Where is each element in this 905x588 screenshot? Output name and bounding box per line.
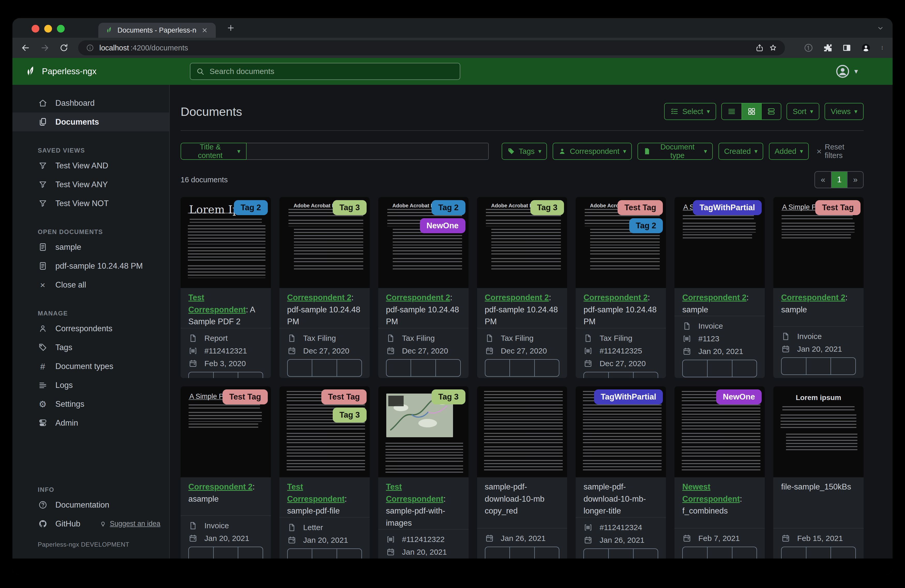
document-thumbnail[interactable]: Tag 3 Adobe Acrobat PDF Files bbox=[477, 197, 567, 288]
site-info-icon[interactable] bbox=[86, 44, 94, 52]
document-card[interactable]: Test Tag A Simple PDF File Correspondent… bbox=[773, 197, 864, 378]
document-thumbnail[interactable]: Test TagTag 3 bbox=[279, 386, 370, 477]
tag-badge-tag-3[interactable]: Tag 3 bbox=[333, 200, 367, 215]
tag-badge-tag-2[interactable]: Tag 2 bbox=[432, 200, 465, 215]
document-title[interactable]: Test Correspondent: sample-pdf-with-imag… bbox=[386, 481, 461, 529]
filter-added-button[interactable]: Added▾ bbox=[769, 143, 809, 160]
correspondent-link[interactable]: Correspondent 2 bbox=[485, 293, 549, 302]
correspondent-link[interactable]: Test Correspondent bbox=[188, 293, 246, 314]
document-title[interactable]: sample-pdf-download-10-mb copy_red bbox=[485, 481, 560, 517]
view-button[interactable] bbox=[213, 372, 238, 378]
document-card[interactable]: TagWithPartial sample-pdf-download-10-mb… bbox=[576, 386, 666, 558]
search-input[interactable] bbox=[209, 67, 454, 76]
document-card[interactable]: Tag 3 Adobe Acrobat PDF Files Correspond… bbox=[477, 197, 567, 378]
next-page-button[interactable]: » bbox=[847, 172, 863, 188]
tag-badge-tag-2[interactable]: Tag 2 bbox=[234, 200, 268, 215]
bookmark-star-icon[interactable] bbox=[769, 44, 777, 52]
reset-filters-button[interactable]: × Reset filters bbox=[816, 143, 864, 160]
puzzle-extensions-icon[interactable] bbox=[823, 43, 832, 53]
correspondent-link[interactable]: Correspondent 2 bbox=[188, 482, 252, 491]
document-title[interactable]: Test Correspondent: A Sample PDF 2 bbox=[188, 292, 263, 328]
browser-tab[interactable]: Documents - Paperless-ngx bbox=[98, 23, 216, 38]
tab-close-icon[interactable] bbox=[201, 27, 209, 33]
document-title[interactable]: Correspondent 2: pdf-sample 10.24.48 PM bbox=[583, 292, 658, 328]
document-thumbnail[interactable]: Tag 3 Adobe Acrobat PDF Files bbox=[279, 197, 370, 288]
select-button[interactable]: Select▾ bbox=[664, 103, 716, 120]
document-card[interactable]: Tag 3 Test Correspondent: sample-pdf-wit… bbox=[378, 386, 468, 558]
document-thumbnail[interactable] bbox=[477, 386, 567, 477]
tag-badge-test-tag[interactable]: Test Tag bbox=[618, 200, 663, 215]
edit-button[interactable] bbox=[584, 549, 608, 559]
document-thumbnail[interactable]: Test TagTag 2 Adobe Acrobat PDF Files bbox=[576, 197, 666, 288]
document-card[interactable]: Test Tag A Simple PDF File Correspondent… bbox=[181, 386, 271, 558]
view-button[interactable] bbox=[510, 547, 534, 558]
document-card[interactable]: TagWithPartial A Simple PDF File Corresp… bbox=[675, 197, 765, 378]
document-thumbnail[interactable]: Test Tag A Simple PDF File bbox=[773, 197, 864, 288]
document-thumbnail[interactable]: Test Tag A Simple PDF File bbox=[181, 386, 271, 477]
document-title[interactable]: Correspondent 2: pdf-sample 10.24.48 PM bbox=[485, 292, 560, 328]
document-card[interactable]: Tag 2 Lorem Ipsum Test Correspondent: A … bbox=[181, 197, 271, 378]
tag-badge-test-tag[interactable]: Test Tag bbox=[321, 390, 367, 404]
grid-view-button[interactable] bbox=[741, 103, 761, 119]
tag-badge-test-tag[interactable]: Test Tag bbox=[815, 200, 861, 215]
download-button[interactable] bbox=[238, 547, 263, 558]
document-title[interactable]: Newest Correspondent: f_combineds bbox=[682, 481, 757, 517]
suggest-idea-link[interactable]: Suggest an idea bbox=[99, 520, 160, 528]
browser-menu-kebab-icon[interactable]: ⋮ bbox=[880, 46, 884, 50]
filter-tags-button[interactable]: Tags▾ bbox=[502, 143, 547, 160]
view-button[interactable] bbox=[608, 372, 633, 378]
correspondent-link[interactable]: Correspondent 2 bbox=[781, 293, 845, 302]
tag-badge-tag-3[interactable]: Tag 3 bbox=[530, 200, 564, 215]
tag-badge-newone[interactable]: NewOne bbox=[716, 390, 762, 404]
edit-button[interactable] bbox=[485, 547, 510, 558]
address-bar[interactable]: localhost :4200/documents bbox=[78, 40, 785, 55]
edit-button[interactable] bbox=[781, 547, 806, 558]
sidebar-item-correspondents[interactable]: Correspondents bbox=[13, 319, 169, 338]
correspondent-link[interactable]: Correspondent 2 bbox=[682, 293, 746, 302]
forward-icon[interactable] bbox=[40, 43, 50, 53]
sidebar-item-documentation[interactable]: Documentation bbox=[13, 495, 169, 514]
document-thumbnail[interactable]: TagWithPartial bbox=[576, 386, 666, 477]
view-button[interactable] bbox=[707, 360, 732, 377]
tag-badge-tagwithpartial[interactable]: TagWithPartial bbox=[693, 200, 762, 215]
document-card[interactable]: sample-pdf-download-10-mb copy_red Jan 2… bbox=[477, 386, 567, 558]
sort-button[interactable]: Sort▾ bbox=[786, 103, 819, 120]
minimize-window-button[interactable] bbox=[44, 25, 52, 33]
correspondent-link[interactable]: Newest Correspondent bbox=[682, 482, 740, 504]
document-card[interactable]: Lorem ipsum file-sample_150kBs Feb 15, 2… bbox=[773, 386, 864, 558]
edit-button[interactable] bbox=[683, 547, 707, 558]
document-title[interactable]: sample-pdf-download-10-mb-longer-title bbox=[583, 481, 658, 517]
reload-icon[interactable] bbox=[59, 43, 69, 53]
filter-correspondent-button[interactable]: Correspondent▾ bbox=[553, 143, 632, 160]
sidebar-item-sample[interactable]: sample bbox=[13, 238, 169, 257]
view-button[interactable] bbox=[707, 547, 732, 558]
sidebar-item-dashboard[interactable]: Dashboard bbox=[13, 94, 169, 113]
user-menu[interactable]: ▾ bbox=[835, 64, 881, 79]
document-title[interactable]: Correspondent 2: sample bbox=[781, 292, 856, 316]
download-button[interactable] bbox=[238, 372, 263, 378]
tag-badge-test-tag[interactable]: Test Tag bbox=[222, 390, 268, 404]
view-button[interactable] bbox=[806, 358, 831, 374]
view-button[interactable] bbox=[411, 360, 435, 376]
filter-field-dropdown[interactable]: Title & content▾ bbox=[181, 143, 246, 160]
edit-button[interactable] bbox=[288, 360, 312, 376]
edit-button[interactable] bbox=[288, 549, 312, 559]
download-button[interactable] bbox=[633, 372, 658, 378]
document-title[interactable]: Correspondent 2: pdf-sample 10.24.48 PM bbox=[386, 292, 461, 328]
user-avatar-icon[interactable] bbox=[835, 64, 850, 79]
document-thumbnail[interactable]: Tag 2NewOne Adobe Acrobat PDF Files bbox=[378, 197, 468, 288]
document-card[interactable]: Tag 2NewOne Adobe Acrobat PDF Files Corr… bbox=[378, 197, 468, 378]
sidebar-item-close-all[interactable]: ×Close all bbox=[13, 276, 169, 294]
document-card[interactable]: Test TagTag 2 Adobe Acrobat PDF Files Co… bbox=[576, 197, 666, 378]
document-title[interactable]: file-sample_150kBs bbox=[781, 481, 856, 493]
view-button[interactable] bbox=[806, 547, 831, 558]
edit-button[interactable] bbox=[781, 358, 806, 374]
download-button[interactable] bbox=[732, 360, 757, 377]
list-view-button[interactable] bbox=[722, 103, 741, 119]
edit-button[interactable] bbox=[584, 372, 608, 378]
document-thumbnail[interactable]: Tag 3 bbox=[378, 386, 468, 477]
filter-text-input[interactable] bbox=[246, 143, 489, 160]
views-button[interactable]: Views▾ bbox=[824, 103, 864, 120]
new-tab-button[interactable] bbox=[224, 21, 238, 35]
sidebar-item-documents[interactable]: Documents bbox=[13, 113, 169, 132]
